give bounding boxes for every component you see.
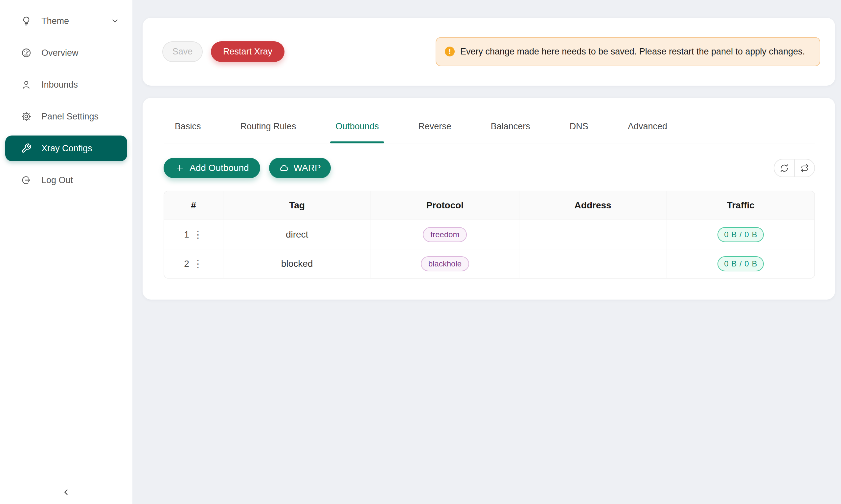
sync-icon — [780, 164, 789, 173]
sidebar-item-overview[interactable]: Overview — [5, 40, 127, 66]
row-tag: blocked — [223, 249, 371, 278]
actions-row: Add Outbound WARP — [164, 158, 815, 178]
sidebar-item-theme[interactable]: Theme — [5, 8, 127, 34]
sidebar-item-panel-settings[interactable]: Panel Settings — [5, 104, 127, 129]
row-address — [519, 249, 667, 278]
sidebar-item-log-out[interactable]: Log Out — [5, 167, 127, 193]
col-header-traffic: Traffic — [667, 191, 814, 219]
lightbulb-icon — [21, 15, 32, 26]
table-row: 1 ⋮ direct freedom 0 B / 0 B — [164, 219, 814, 249]
logout-icon — [21, 175, 32, 186]
add-outbound-button[interactable]: Add Outbound — [164, 158, 260, 178]
tab-routing-rules[interactable]: Routing Rules — [235, 121, 302, 143]
sidebar-collapse-button[interactable] — [60, 486, 73, 499]
sidebar-item-label: Theme — [41, 16, 69, 26]
warp-label: WARP — [294, 163, 321, 173]
col-header-tag: Tag — [223, 191, 371, 219]
col-header-protocol: Protocol — [371, 191, 519, 219]
add-outbound-label: Add Outbound — [190, 163, 249, 173]
table-tools-group — [774, 159, 815, 177]
row-index: 2 — [184, 258, 189, 269]
table-header: # Tag Protocol Address Traffic — [164, 191, 814, 219]
toolbar-card: Save Restart Xray ! Every change made he… — [142, 18, 835, 86]
sidebar-item-inbounds[interactable]: Inbounds — [5, 72, 127, 97]
warp-button[interactable]: WARP — [269, 158, 331, 178]
table-row: 2 ⋮ blocked blackhole 0 B / 0 B — [164, 249, 814, 278]
reset-traffic-button[interactable] — [795, 160, 814, 177]
xray-configs-card: Basics Routing Rules Outbounds Reverse B… — [142, 98, 835, 300]
plus-icon — [175, 163, 185, 173]
warning-alert: ! Every change made here needs to be sav… — [435, 37, 820, 66]
sidebar-item-label: Overview — [41, 48, 79, 58]
restart-xray-button[interactable]: Restart Xray — [211, 41, 285, 62]
tab-advanced[interactable]: Advanced — [622, 121, 672, 143]
sidebar-item-xray-configs[interactable]: Xray Configs — [5, 136, 127, 161]
row-menu-icon[interactable]: ⋮ — [193, 230, 203, 239]
table-body: 1 ⋮ direct freedom 0 B / 0 B 2 ⋮ — [164, 219, 814, 278]
col-header-index: # — [164, 191, 223, 219]
tab-dns[interactable]: DNS — [564, 121, 594, 143]
warning-icon: ! — [445, 47, 455, 56]
tab-balancers[interactable]: Balancers — [485, 121, 535, 143]
row-address — [519, 220, 667, 249]
repeat-icon — [800, 164, 809, 173]
user-icon — [21, 79, 32, 90]
sidebar-item-label: Panel Settings — [41, 111, 99, 122]
traffic-badge: 0 B / 0 B — [718, 256, 764, 271]
sidebar-item-label: Log Out — [41, 175, 73, 185]
chevron-down-icon — [111, 17, 119, 25]
save-button[interactable]: Save — [162, 41, 203, 62]
wrench-icon — [21, 143, 32, 154]
row-index: 1 — [184, 229, 189, 240]
row-menu-icon[interactable]: ⋮ — [193, 259, 203, 269]
tab-outbounds[interactable]: Outbounds — [330, 121, 384, 143]
tab-reverse[interactable]: Reverse — [413, 121, 457, 143]
row-tag: direct — [223, 220, 371, 249]
sidebar-item-label: Inbounds — [41, 80, 78, 90]
refresh-button[interactable] — [774, 160, 795, 177]
sidebar-item-label: Xray Configs — [41, 143, 92, 154]
gauge-icon — [21, 47, 32, 58]
main-content: Save Restart Xray ! Every change made he… — [132, 0, 841, 504]
config-tabs: Basics Routing Rules Outbounds Reverse B… — [164, 98, 815, 143]
protocol-badge: blackhole — [421, 256, 469, 271]
outbounds-table: # Tag Protocol Address Traffic 1 ⋮ direc… — [164, 191, 815, 278]
sidebar: Theme Overview Inbounds — [0, 0, 132, 504]
gear-icon — [21, 111, 32, 122]
tab-basics[interactable]: Basics — [170, 121, 206, 143]
col-header-address: Address — [519, 191, 667, 219]
warning-alert-text: Every change made here needs to be saved… — [460, 44, 805, 59]
protocol-badge: freedom — [423, 227, 467, 242]
chevron-left-icon — [62, 488, 71, 497]
cloud-icon — [279, 163, 289, 173]
traffic-badge: 0 B / 0 B — [718, 227, 764, 242]
